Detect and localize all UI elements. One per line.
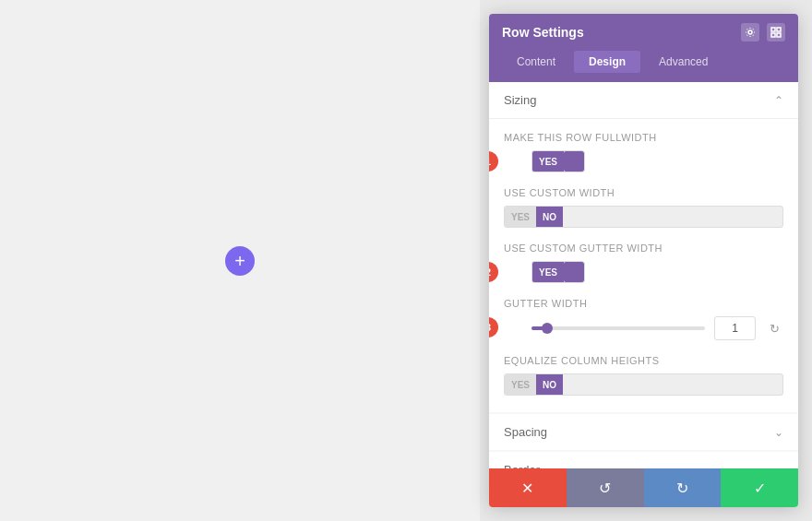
svg-rect-2 bbox=[777, 28, 781, 31]
custom-width-field: Use Custom Width YES NO bbox=[504, 187, 783, 228]
fullwidth-yes[interactable]: YES bbox=[532, 151, 564, 172]
tab-content[interactable]: Content bbox=[502, 51, 570, 73]
badge-2: 2 bbox=[489, 262, 498, 282]
cancel-button[interactable]: ✕ bbox=[489, 468, 567, 507]
badge-1: 1 bbox=[489, 151, 498, 172]
equalize-toggle[interactable]: YES NO bbox=[504, 373, 783, 396]
sizing-section-header[interactable]: Sizing ⌃ bbox=[489, 82, 798, 119]
equalize-field: Equalize Column Heights YES NO bbox=[504, 355, 783, 396]
custom-width-yes[interactable]: YES bbox=[505, 207, 536, 227]
section-border: Border ⌄ bbox=[489, 452, 798, 468]
panel-footer: ✕ ↺ ↻ ✓ bbox=[489, 468, 798, 507]
gutter-slider-track[interactable] bbox=[531, 326, 705, 330]
sizing-content: Make This Row Fullwidth 1 YES Use Custom… bbox=[489, 119, 798, 412]
svg-rect-1 bbox=[771, 28, 775, 31]
equalize-yes[interactable]: YES bbox=[505, 374, 536, 395]
custom-width-no[interactable]: NO bbox=[536, 207, 563, 227]
panel-body: Sizing ⌃ Make This Row Fullwidth 1 YES bbox=[489, 82, 798, 468]
spacing-section-header[interactable]: Spacing ⌄ bbox=[489, 414, 798, 450]
tab-advanced[interactable]: Advanced bbox=[644, 51, 722, 73]
gutter-width-field: Gutter Width 3 ↻ bbox=[504, 298, 783, 340]
equalize-no[interactable]: NO bbox=[536, 374, 563, 395]
row-settings-panel: Row Settings Content Design Advanced bbox=[489, 14, 798, 507]
redo-button[interactable]: ↻ bbox=[644, 468, 722, 507]
expand-icon[interactable] bbox=[767, 23, 785, 41]
panel-tabs: Content Design Advanced bbox=[489, 51, 798, 82]
canvas-area: + bbox=[0, 0, 480, 521]
custom-gutter-label: Use Custom Gutter Width bbox=[504, 243, 783, 254]
panel-title: Row Settings bbox=[502, 25, 584, 40]
save-button[interactable]: ✓ bbox=[721, 468, 798, 507]
spacing-chevron-down-icon: ⌄ bbox=[774, 426, 783, 439]
add-row-button[interactable]: + bbox=[225, 246, 255, 276]
fullwidth-label: Make This Row Fullwidth bbox=[504, 132, 783, 143]
custom-gutter-yes[interactable]: YES bbox=[532, 262, 564, 282]
svg-point-0 bbox=[748, 30, 752, 34]
section-sizing: Sizing ⌃ Make This Row Fullwidth 1 YES bbox=[489, 82, 798, 412]
gutter-slider-row: 3 ↻ bbox=[504, 316, 783, 340]
undo-button[interactable]: ↺ bbox=[567, 468, 644, 507]
border-section-header[interactable]: Border ⌄ bbox=[489, 452, 798, 468]
spacing-title: Spacing bbox=[504, 425, 547, 439]
fullwidth-toggle-row: 1 YES bbox=[504, 150, 783, 172]
gutter-reset-icon[interactable]: ↻ bbox=[765, 319, 783, 337]
slider-thumb[interactable] bbox=[542, 323, 553, 334]
custom-gutter-toggle-row: 2 YES bbox=[504, 261, 783, 283]
badge-3: 3 bbox=[489, 317, 498, 337]
sizing-title: Sizing bbox=[504, 93, 536, 107]
tab-design[interactable]: Design bbox=[574, 51, 640, 73]
custom-gutter-slider-thumb[interactable] bbox=[564, 262, 584, 282]
plus-icon: + bbox=[234, 252, 245, 270]
gutter-width-input[interactable] bbox=[714, 316, 756, 340]
custom-gutter-toggle[interactable]: YES bbox=[531, 261, 585, 283]
header-icons bbox=[741, 23, 785, 41]
svg-rect-3 bbox=[777, 33, 781, 37]
gutter-width-label: Gutter Width bbox=[504, 298, 783, 309]
fullwidth-slider-thumb[interactable] bbox=[564, 151, 584, 172]
sizing-chevron-up-icon: ⌃ bbox=[774, 94, 783, 107]
panel-header: Row Settings bbox=[489, 14, 798, 51]
equalize-label: Equalize Column Heights bbox=[504, 355, 783, 366]
fullwidth-toggle[interactable]: YES bbox=[531, 150, 585, 172]
custom-width-toggle[interactable]: YES NO bbox=[504, 206, 783, 228]
custom-gutter-field: Use Custom Gutter Width 2 YES bbox=[504, 243, 783, 283]
custom-width-label: Use Custom Width bbox=[504, 187, 783, 198]
section-spacing: Spacing ⌄ bbox=[489, 414, 798, 450]
settings-icon[interactable] bbox=[741, 23, 759, 41]
svg-rect-4 bbox=[771, 33, 775, 37]
fullwidth-field: Make This Row Fullwidth 1 YES bbox=[504, 132, 783, 172]
